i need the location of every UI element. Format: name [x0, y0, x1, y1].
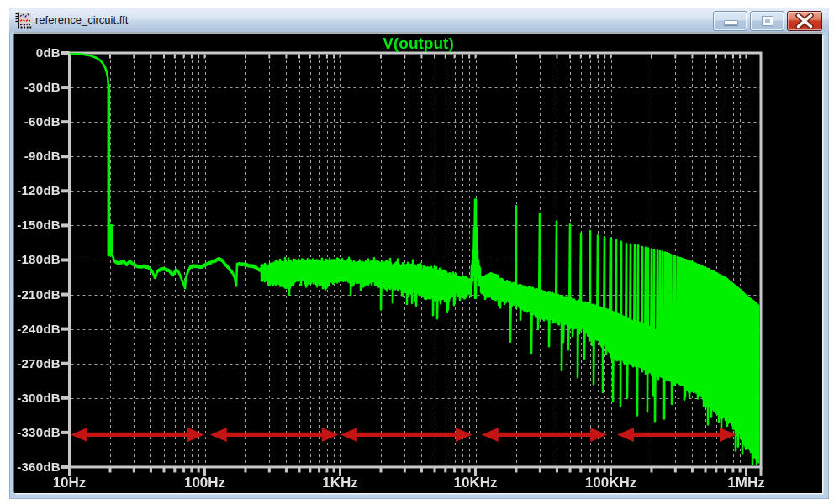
- y-axis-label: -210dB: [14, 287, 61, 302]
- window-titlebar[interactable]: reference_circuit.fft: [9, 8, 829, 32]
- y-axis-label: -330dB: [14, 425, 61, 439]
- close-icon: [788, 12, 821, 30]
- ltspice-fft-window: reference_circuit.fft V(output) 0dB-30dB…: [9, 8, 829, 499]
- x-axis-label: 10KHz: [454, 475, 498, 491]
- y-axis-label: 0dB: [14, 45, 61, 60]
- y-axis-label: -300dB: [14, 391, 61, 405]
- x-axis-label: 100Hz: [184, 475, 225, 491]
- y-axis-label: -30dB: [14, 80, 61, 94]
- y-axis-label: -60dB: [14, 114, 61, 129]
- y-axis-label: -150dB: [14, 218, 61, 232]
- y-axis-label: -240dB: [14, 322, 61, 336]
- y-axis-label: -90dB: [14, 149, 61, 163]
- y-axis-label: -360dB: [14, 459, 61, 474]
- x-axis-label: 1KHz: [322, 475, 358, 491]
- fft-plot-canvas[interactable]: [14, 34, 822, 493]
- maximize-button[interactable]: [750, 11, 784, 31]
- maximize-icon: [763, 17, 773, 25]
- y-axis-label: -120dB: [14, 183, 61, 197]
- waveform-plot-icon: [15, 12, 32, 29]
- y-axis-label: -270dB: [14, 356, 61, 370]
- window-title: reference_circuit.fft: [35, 13, 128, 26]
- close-button[interactable]: [787, 11, 822, 31]
- plot-pane[interactable]: V(output) 0dB-30dB-60dB-90dB-120dB-150dB…: [14, 34, 822, 493]
- trace-label[interactable]: V(output): [14, 34, 822, 53]
- minimize-button[interactable]: [713, 11, 747, 31]
- minimize-icon: [724, 20, 738, 25]
- x-axis-label: 1MHz: [727, 475, 764, 491]
- y-axis-label: -180dB: [14, 252, 61, 266]
- x-axis-label: 100KHz: [585, 475, 636, 491]
- x-axis-label: 10Hz: [53, 475, 87, 491]
